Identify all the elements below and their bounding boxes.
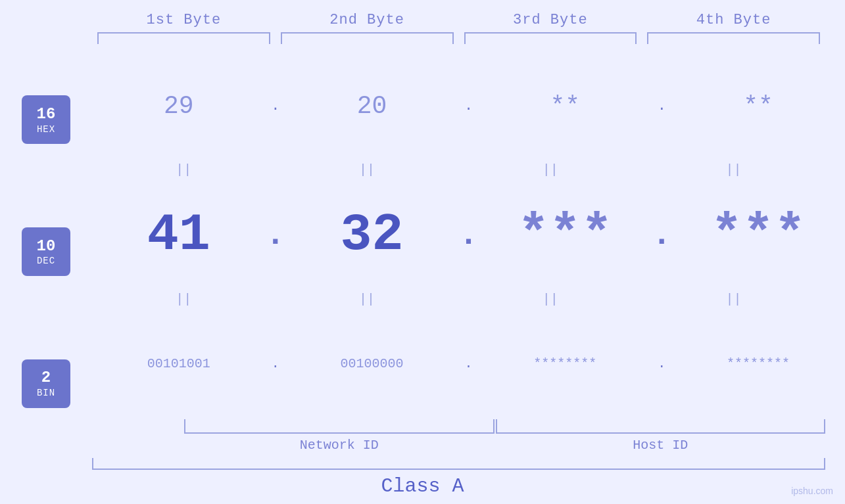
host-id-bracket [496,419,825,434]
main-content: 16 HEX 10 DEC 2 BIN 29 . 20 [0,51,845,453]
dec-row: 41 . 32 . *** . *** [92,179,845,290]
hex-b2: 20 [285,92,459,120]
sep1-b1: || [92,161,276,179]
bin-badge: 2 BIN [22,359,70,408]
badge-column: 16 HEX 10 DEC 2 BIN [0,51,92,453]
hex-dot1: . [266,98,285,114]
hex-dot3: . [652,98,671,114]
hex-dot2: . [459,98,479,114]
network-id-bracket [184,419,495,434]
host-id-label: Host ID [496,438,825,453]
bin-badge-number: 2 [41,369,51,388]
bin-dot2: . [459,356,479,371]
hex-b1: 29 [92,92,266,120]
class-label: Class A [0,475,845,504]
byte4-header: 4th Byte [642,12,825,28]
class-bracket [92,458,825,470]
dec-dot1: . [266,216,285,254]
dec-badge-number: 10 [37,237,56,256]
sep1-b2: || [276,161,459,179]
bin-b1: 00101001 [92,356,266,371]
hex-b3: ** [479,92,652,120]
sep2-b2: || [276,290,459,309]
sep2-b1: || [92,290,276,309]
dec-badge-label: DEC [37,256,55,266]
dec-b1: 41 [92,205,266,265]
sep-row-1: || || || || [92,161,845,179]
top-brackets [0,32,845,44]
id-labels: Network ID Host ID [184,438,825,453]
bin-badge-label: BIN [37,388,55,398]
bin-dot3: . [652,356,671,371]
hex-row: 29 . 20 . ** . ** [92,51,845,161]
bracket-byte3 [464,32,637,44]
byte1-header: 1st Byte [92,12,276,28]
hex-b4: ** [671,92,845,120]
dec-badge: 10 DEC [22,227,70,276]
network-id-label: Network ID [184,438,495,453]
hex-badge-label: HEX [37,124,55,135]
dec-b3: *** [479,205,652,265]
main-container: 1st Byte 2nd Byte 3rd Byte 4th Byte 16 H… [0,0,845,504]
dec-dot3: . [652,216,671,254]
dec-b4: *** [671,205,845,265]
bin-b3: ******** [479,356,652,371]
byte2-header: 2nd Byte [276,12,459,28]
data-columns: 29 . 20 . ** . ** || || || || [92,51,845,453]
bottom-id-brackets [184,419,825,435]
bin-dot1: . [266,356,285,371]
bin-row: 00101001 . 00100000 . ******** . *******… [92,309,845,419]
dec-dot2: . [459,216,479,254]
bin-b4: ******** [671,356,845,371]
byte3-header: 3rd Byte [459,12,642,28]
watermark: ipshu.com [791,486,833,496]
dec-b2: 32 [285,205,459,265]
bracket-byte1 [97,32,270,44]
sep2-b4: || [642,290,825,309]
bracket-byte2 [281,32,454,44]
sep1-b3: || [459,161,642,179]
sep-row-2: || || || || [92,290,845,309]
hex-badge-number: 16 [37,105,56,124]
hex-badge: 16 HEX [22,95,70,144]
byte-headers: 1st Byte 2nd Byte 3rd Byte 4th Byte [0,0,845,28]
bin-b2: 00100000 [285,356,459,371]
sep2-b3: || [459,290,642,309]
bracket-byte4 [647,32,820,44]
sep1-b4: || [642,161,825,179]
